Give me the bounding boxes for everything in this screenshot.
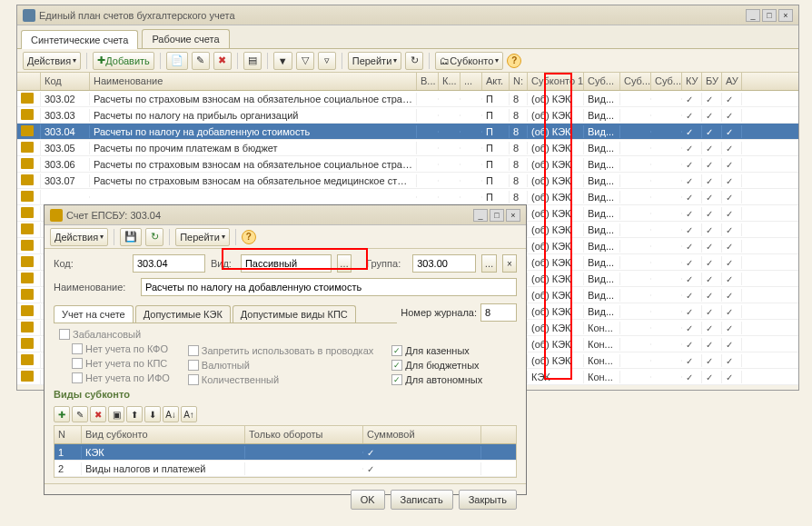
col-header[interactable]: АУ xyxy=(722,73,742,90)
filter1-icon[interactable]: ▼ xyxy=(273,52,292,70)
col-header[interactable]: Суб... xyxy=(620,73,651,90)
delete-icon[interactable]: ✖ xyxy=(213,52,232,70)
dlg-goto-button[interactable]: Перейти▾ xyxy=(175,228,230,246)
subconto-row[interactable]: 2Виды налогов и платежей xyxy=(54,461,516,477)
main-titlebar[interactable]: Единый план счетов бухгалтерского учета … xyxy=(17,5,798,25)
col-header[interactable]: Код xyxy=(41,73,90,90)
nopost-checkbox[interactable] xyxy=(188,345,199,356)
col-header[interactable]: Наименование xyxy=(90,73,417,90)
sub-col-header[interactable]: Суммовой xyxy=(363,426,481,443)
col-header[interactable]: КУ xyxy=(682,73,702,90)
auto-checkbox[interactable] xyxy=(391,374,402,385)
table-row[interactable]: 303.05Расчеты по прочим платежам в бюдже… xyxy=(17,140,798,156)
currency-checkbox[interactable] xyxy=(188,360,199,371)
add-button[interactable]: ✚ Добавить xyxy=(93,52,154,70)
dlg-refresh-icon[interactable]: ↻ xyxy=(145,228,163,246)
col-header[interactable]: В... xyxy=(417,73,439,90)
group-field[interactable] xyxy=(412,254,476,273)
name-field[interactable] xyxy=(141,278,517,296)
tab-working[interactable]: Рабочие счета xyxy=(142,29,229,48)
group-picker-button[interactable]: … xyxy=(481,254,496,273)
subconto-section-title: Виды субконто xyxy=(54,389,517,400)
account-dialog: Счет ЕПСБУ: 303.04 _ □ × Действия▾ 💾 ↻ П… xyxy=(44,204,527,495)
hierarchy-icon[interactable]: ▤ xyxy=(243,52,262,70)
col-header[interactable]: Акт. xyxy=(482,73,510,90)
col-header[interactable]: Суб... xyxy=(584,73,620,90)
filter2-icon[interactable]: ▽ xyxy=(296,52,314,70)
sub-col-header[interactable]: N xyxy=(54,426,82,443)
subtab-account[interactable]: Учет на счете xyxy=(54,305,134,323)
col-header[interactable]: N: xyxy=(510,73,528,90)
dlg-maximize-button[interactable]: □ xyxy=(490,209,504,222)
nokfo-checkbox[interactable] xyxy=(72,343,83,354)
table-row[interactable]: П8(об) КЭКВид... xyxy=(17,189,798,205)
subtab-kps[interactable]: Допустимые виды КПС xyxy=(233,305,356,323)
noifo-checkbox[interactable] xyxy=(72,372,83,383)
dialog-title: Счет ЕПСБУ: 303.04 xyxy=(66,210,473,221)
offbalance-checkbox[interactable] xyxy=(59,329,70,340)
subconto-toolbar: ✚ ✎ ✖ ▣ ⬆ ⬇ A↓ A↑ xyxy=(54,403,517,425)
col-header[interactable]: К... xyxy=(439,73,460,90)
help-icon[interactable]: ? xyxy=(507,54,521,68)
dlg-actions-button[interactable]: Действия▾ xyxy=(50,228,108,246)
dlg-close-button[interactable]: × xyxy=(506,209,520,222)
qty-checkbox[interactable] xyxy=(188,374,199,385)
main-title: Единый план счетов бухгалтерского учета xyxy=(39,10,746,21)
filter3-icon[interactable]: ▿ xyxy=(318,52,336,70)
main-toolbar: Действия▾ ✚ Добавить 📄 ✎ ✖ ▤ ▼ ▽ ▿ Перей… xyxy=(17,49,798,73)
name-label: Наименование: xyxy=(54,282,135,293)
journal-field[interactable] xyxy=(480,303,517,322)
col-header[interactable] xyxy=(17,73,41,90)
col-header[interactable]: БУ xyxy=(702,73,722,90)
tab-synthetic[interactable]: Синтетические счета xyxy=(21,30,138,49)
dialog-icon xyxy=(50,209,63,222)
budget-checkbox[interactable] xyxy=(391,360,402,371)
group-label: Группа: xyxy=(366,258,407,269)
sub-copy-icon[interactable]: ▣ xyxy=(108,406,124,422)
vid-picker-button[interactable]: … xyxy=(337,254,352,273)
pencil-icon[interactable]: ✎ xyxy=(192,52,210,70)
dlg-minimize-button[interactable]: _ xyxy=(473,209,488,222)
goto-button[interactable]: Перейти▾ xyxy=(348,52,402,70)
nokps-checkbox[interactable] xyxy=(72,358,83,369)
maximize-button[interactable]: □ xyxy=(762,9,777,22)
close-dialog-button[interactable]: Закрыть xyxy=(459,490,517,510)
table-row[interactable]: 303.07Расчеты по страховым взносам на об… xyxy=(17,173,798,189)
sub-delete-icon[interactable]: ✖ xyxy=(90,406,106,422)
sub-edit-icon[interactable]: ✎ xyxy=(72,406,88,422)
sub-up-icon[interactable]: ⬆ xyxy=(126,406,143,422)
code-field[interactable] xyxy=(133,254,205,273)
dialog-titlebar[interactable]: Счет ЕПСБУ: 303.04 _ □ × xyxy=(45,205,526,225)
sub-down-icon[interactable]: ⬇ xyxy=(144,406,161,422)
sub-sort-desc-icon[interactable]: A↑ xyxy=(181,406,197,422)
journal-label: Номер журнала: xyxy=(401,307,477,318)
col-header[interactable]: Субконто 1 xyxy=(528,73,584,90)
sub-col-header[interactable]: Вид субконто xyxy=(82,426,245,443)
table-row[interactable]: 303.03Расчеты по налогу на прибыль орган… xyxy=(17,107,798,124)
edit-icon[interactable]: 📄 xyxy=(166,52,188,70)
col-header[interactable]: Суб... xyxy=(651,73,682,90)
dlg-help-icon[interactable]: ? xyxy=(242,230,256,244)
subtab-kek[interactable]: Допустимые КЭК xyxy=(135,305,231,323)
main-tabs: Синтетические счета Рабочие счета xyxy=(17,25,798,49)
col-header[interactable]: ... xyxy=(460,73,482,90)
dlg-save-icon[interactable]: 💾 xyxy=(120,228,142,246)
table-row[interactable]: 303.02Расчеты по страховым взносам на об… xyxy=(17,91,798,107)
app-icon xyxy=(23,9,35,22)
close-button[interactable]: × xyxy=(778,9,793,22)
minimize-button[interactable]: _ xyxy=(746,9,760,22)
kaz-checkbox[interactable] xyxy=(391,345,402,356)
sub-add-icon[interactable]: ✚ xyxy=(54,406,70,422)
ok-button[interactable]: OK xyxy=(351,490,385,510)
actions-button[interactable]: Действия▾ xyxy=(23,52,81,70)
refresh-icon[interactable]: ↻ xyxy=(405,52,423,70)
group-clear-button[interactable]: × xyxy=(502,254,517,273)
sub-sort-asc-icon[interactable]: A↓ xyxy=(163,406,179,422)
table-row[interactable]: 303.06Расчеты по страховым взносам на об… xyxy=(17,156,798,173)
save-button[interactable]: Записать xyxy=(391,490,453,510)
vid-field[interactable] xyxy=(241,254,332,273)
sub-col-header[interactable]: Только обороты xyxy=(245,426,363,443)
subconto-button[interactable]: 🗂 Субконто▾ xyxy=(435,52,503,70)
subconto-row[interactable]: 1КЭК xyxy=(54,444,516,461)
table-row[interactable]: 303.04Расчеты по налогу на добавленную с… xyxy=(17,124,798,140)
